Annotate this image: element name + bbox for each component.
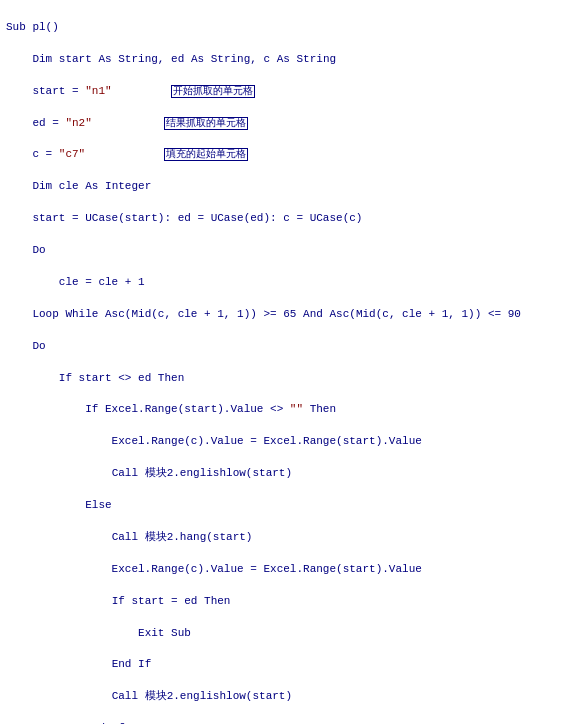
code-line-1: Sub pl(): [6, 20, 559, 36]
code-line-22: Call 模块2.englishlow(start): [6, 689, 559, 705]
code-line-2: Dim start As String, ed As String, c As …: [6, 52, 559, 68]
code-editor: Sub pl() Dim start As String, ed As Stri…: [0, 0, 565, 724]
code-line-19: If start = ed Then: [6, 594, 559, 610]
code-line-4: ed = "n2" 结果抓取的单元格: [6, 116, 559, 132]
code-line-6: Dim cle As Integer: [6, 179, 559, 195]
code-line-17: Call 模块2.hang(start): [6, 530, 559, 546]
code-line-8: Do: [6, 243, 559, 259]
code-line-20: Exit Sub: [6, 626, 559, 642]
code-line-13: If Excel.Range(start).Value <> "" Then: [6, 402, 559, 418]
code-line-9: cle = cle + 1: [6, 275, 559, 291]
code-line-16: Else: [6, 498, 559, 514]
code-line-21: End If: [6, 657, 559, 673]
code-line-11: Do: [6, 339, 559, 355]
code-line-3: start = "n1" 开始抓取的单元格: [6, 84, 559, 100]
code-line-12: If start <> ed Then: [6, 371, 559, 387]
code-line-7: start = UCase(start): ed = UCase(ed): c …: [6, 211, 559, 227]
code-line-14: Excel.Range(c).Value = Excel.Range(start…: [6, 434, 559, 450]
code-line-5: c = "c7" 填充的起始单元格: [6, 147, 559, 163]
code-line-18: Excel.Range(c).Value = Excel.Range(start…: [6, 562, 559, 578]
code-line-10: Loop While Asc(Mid(c, cle + 1, 1)) >= 65…: [6, 307, 559, 323]
code-line-15: Call 模块2.englishlow(start): [6, 466, 559, 482]
